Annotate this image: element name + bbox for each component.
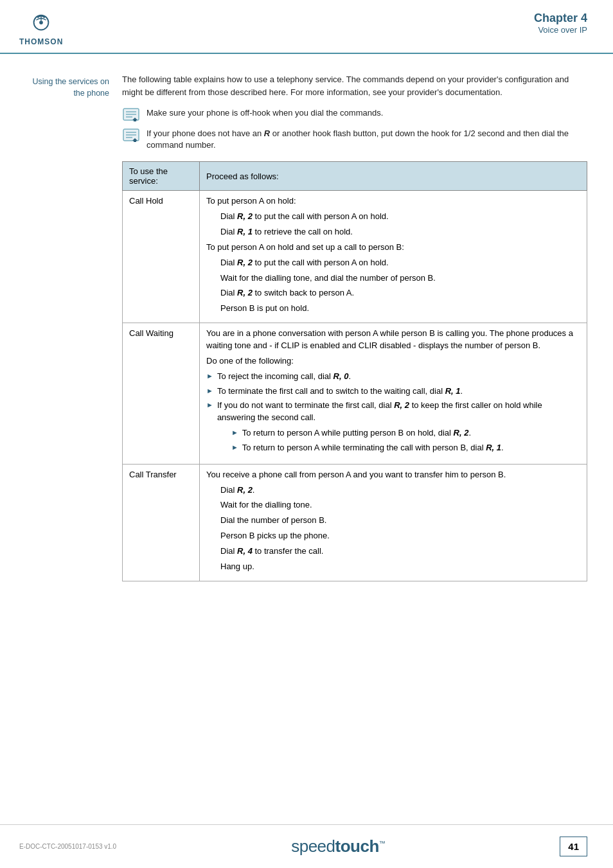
note-1: Make sure your phone is off-hook when yo…: [122, 107, 587, 123]
bullet-row-1: ► To reject the incoming call, dial R, 0…: [206, 371, 580, 383]
table-col1-header: To use the service:: [123, 162, 200, 191]
page-header: THOMSON Chapter 4 Voice over IP: [0, 0, 613, 54]
table-row-call-hold: Call Hold To put person A on hold: Dial …: [123, 191, 587, 323]
chapter-info: Chapter 4 Voice over IP: [534, 12, 587, 35]
note-2-text: If your phone does not have an R or anot…: [147, 128, 587, 151]
footer-doc-id: E-DOC-CTC-20051017-0153 v1.0: [19, 843, 116, 850]
note-icon-2: [122, 128, 140, 143]
logo-text: THOMSON: [19, 37, 63, 46]
bullet-row-2: ► To terminate the first call and to swi…: [206, 385, 580, 398]
footer-logo: speedtouch™: [291, 837, 385, 856]
brand-bold: touch: [335, 837, 379, 856]
note-icon-1: [122, 107, 140, 123]
note-2: If your phone does not have an R or anot…: [122, 128, 587, 151]
svg-point-1: [39, 21, 43, 24]
chapter-title: Chapter 4: [534, 12, 587, 25]
bullet-row-3b: ► To return to person A while terminatin…: [217, 442, 580, 454]
table-row-call-waiting: Call Waiting You are in a phone conversa…: [123, 323, 587, 465]
chapter-subtitle: Voice over IP: [534, 25, 587, 35]
service-name-call-hold: Call Hold: [123, 191, 200, 323]
logo-area: THOMSON: [19, 12, 63, 46]
footer-tm: ™: [379, 840, 386, 847]
sidebar-section-title: Using the services on the phone: [32, 77, 109, 98]
service-table: To use the service: Proceed as follows: …: [122, 161, 587, 581]
thomson-logo-icon: [29, 12, 53, 36]
notes-area: Make sure your phone is off-hook when yo…: [122, 107, 587, 151]
service-desc-call-waiting: You are in a phone conversation with per…: [200, 323, 587, 465]
service-name-call-transfer: Call Transfer: [123, 464, 200, 581]
table-row-call-transfer: Call Transfer You receive a phone call f…: [123, 464, 587, 581]
content-area: The following table explains how to use …: [122, 73, 587, 581]
service-desc-call-hold: To put person A on hold: Dial R, 2 to pu…: [200, 191, 587, 323]
note-1-text: Make sure your phone is off-hook when yo…: [147, 107, 383, 119]
bullet-row-3: ► If you do not want to terminate the fi…: [206, 400, 580, 456]
sidebar: Using the services on the phone: [19, 73, 122, 581]
service-desc-call-transfer: You receive a phone call from person A a…: [200, 464, 587, 581]
intro-text: The following table explains how to use …: [122, 73, 587, 98]
main-content: Using the services on the phone The foll…: [0, 54, 613, 594]
page-number: 41: [560, 837, 587, 856]
footer-brand: speedtouch™: [291, 837, 385, 856]
brand-light: speed: [291, 837, 335, 856]
table-col2-header: Proceed as follows:: [200, 162, 587, 191]
service-name-call-waiting: Call Waiting: [123, 323, 200, 465]
page-footer: E-DOC-CTC-20051017-0153 v1.0 speedtouch™…: [0, 824, 613, 868]
bullet-row-3a: ► To return to person A while putting pe…: [217, 427, 580, 439]
